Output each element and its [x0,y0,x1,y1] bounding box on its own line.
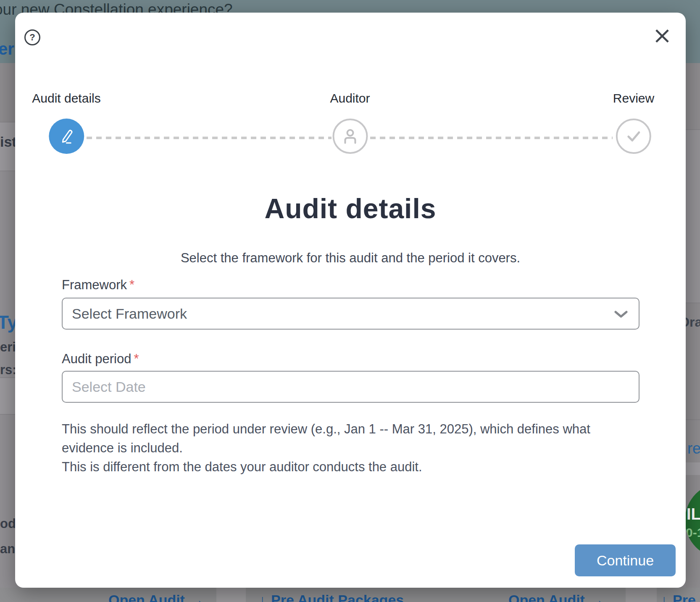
dialog-title: Audit details [15,193,686,224]
close-icon: × [653,21,672,49]
stepper-step-review: Review [613,91,654,154]
framework-select-value: Select Framework [63,306,187,322]
step-circle-pending[interactable] [616,119,651,154]
background-bottom-strip: Open Audit→ ↓Pre Audit Packages Open Aud… [0,588,700,602]
open-audit-link: Open Audit→ [108,592,204,602]
required-asterisk: * [134,351,139,366]
open-audit-label: Open Audit [508,592,585,602]
audit-period-label-text: Audit period [62,351,131,366]
person-icon [341,127,359,145]
pencil-icon [58,128,75,145]
stepper-step-auditor: Auditor [330,91,370,154]
required-asterisk: * [129,277,134,292]
pre-audit-packages-link: ↓Pre Audit Packages [259,592,404,602]
left-fragment-rs: rs: [0,362,17,378]
card-gap [626,588,657,602]
step-label: Review [613,91,654,106]
step-label: Audit details [32,91,100,106]
download-icon: ↓ [259,592,266,602]
audit-period-help-text: This should reflect the period under rev… [62,420,646,476]
framework-select[interactable]: Select Framework [62,298,639,330]
left-fragment-list: ist [0,134,17,150]
framework-label: Framework* [62,277,134,293]
step-circle-pending[interactable] [332,119,368,154]
dialog-subtitle: Select the framework for this audit and … [15,251,686,266]
stepper-connector [370,137,613,139]
arrow-right-icon: → [190,592,204,602]
open-audit-label: Open Audit [108,592,185,602]
help-text-line2: This is different from the dates your au… [62,457,646,476]
right-fragment-link: re [687,440,700,457]
badge-text: ILS [687,505,700,523]
download-icon: ↓ [661,592,668,602]
help-text-line1: This should reflect the period under rev… [62,420,646,457]
open-audit-link: Open Audit→ [508,592,604,602]
question-mark-icon: ? [29,32,35,43]
pre-audit-packages-link-cut: ↓Pre [661,592,696,602]
stepper-connector [87,137,332,139]
check-icon [624,127,643,145]
continue-button[interactable]: Continue [575,544,676,576]
audit-wizard-dialog: ? × Audit details Auditor Review [15,13,686,588]
audit-period-date-input[interactable] [62,371,639,403]
stepper-step-audit-details: Audit details [32,91,100,154]
card-gap [216,588,246,602]
help-button[interactable]: ? [24,29,40,45]
close-button[interactable]: × [652,25,672,45]
pre-audit-label-cut: Pre [673,592,696,602]
banner-link-fragment: er [0,40,14,58]
chevron-down-icon [614,311,628,318]
arrow-right-icon: → [590,592,604,602]
step-circle-active[interactable] [49,119,84,154]
left-fragment-period: eri [0,340,16,355]
step-label: Auditor [330,91,370,106]
pre-audit-packages-label: Pre Audit Packages [271,592,404,602]
framework-label-text: Framework [62,277,127,292]
audit-period-label: Audit period* [62,351,139,367]
